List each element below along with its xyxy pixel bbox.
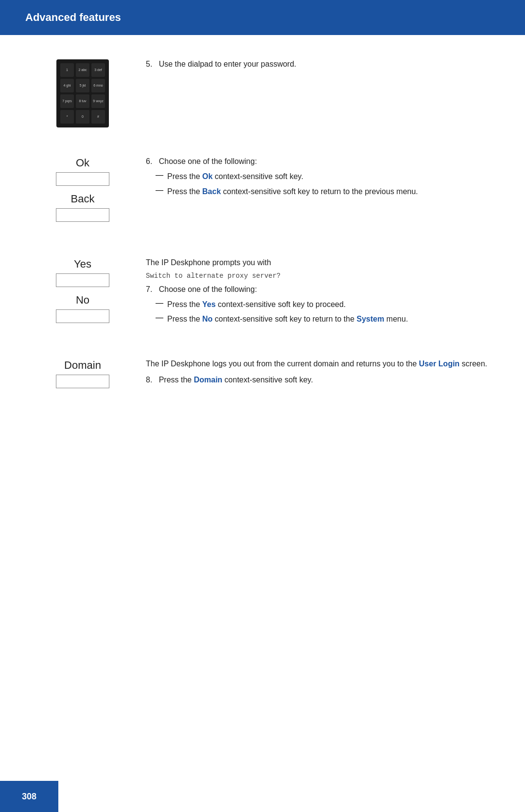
no-link: No: [202, 315, 212, 323]
dialpad-key: 9 wxyz: [91, 94, 105, 108]
step7-intro: 7. Choose one of the following:: [146, 284, 496, 296]
step6-bullet2: — Press the Back context-sensitive soft …: [156, 186, 496, 198]
dialpad-key: 2 abc: [76, 63, 89, 77]
softkey-group-domain: Domain: [49, 359, 117, 388]
right-col-step6: 6. Choose one of the following: — Press …: [136, 152, 496, 229]
dialpad-image: 12 abc3 def4 ghi5 jkl6 mno7 pqrs8 tuv9 w…: [56, 59, 109, 127]
left-col-yes-no: Yes No: [29, 253, 136, 330]
dialpad-key: 0: [76, 110, 89, 124]
dialpad-key: 3 def: [91, 63, 105, 77]
ok-label: Ok: [76, 157, 89, 169]
step8-para1: The IP Deskphone logs you out from the c…: [146, 358, 496, 370]
back-label: Back: [71, 193, 95, 205]
step7-bullet2: — Press the No context-sensitive soft ke…: [156, 313, 496, 325]
section-dialpad: 12 abc3 def4 ghi5 jkl6 mno7 pqrs8 tuv9 w…: [29, 54, 496, 127]
ok-button[interactable]: [56, 172, 109, 186]
page-number: 308: [22, 792, 36, 802]
ok-link: Ok: [202, 172, 212, 180]
dialpad-key: 4 ghi: [60, 79, 74, 92]
page-footer: 308: [0, 781, 58, 812]
header-title: Advanced features: [25, 11, 121, 24]
right-col-step8: The IP Deskphone logs you out from the c…: [136, 354, 496, 395]
step6-bullet1: — Press the Ok context-sensitive soft ke…: [156, 171, 496, 183]
left-col-dialpad: 12 abc3 def4 ghi5 jkl6 mno7 pqrs8 tuv9 w…: [29, 54, 136, 127]
right-col-step5: 5. Use the dialpad to enter your passwor…: [136, 54, 496, 127]
dialpad-key: #: [91, 110, 105, 124]
softkey-group-no: No: [49, 294, 117, 323]
step8-instruction: 8. Press the Domain context-sensitive so…: [146, 374, 496, 386]
dialpad-key: 5 jkl: [76, 79, 89, 92]
system-link: System: [357, 315, 385, 323]
dialpad-key: 1: [60, 63, 74, 77]
step7-num: 7.: [146, 285, 152, 293]
page-header: Advanced features: [0, 0, 525, 35]
dialpad-key: *: [60, 110, 74, 124]
step5-num: 5.: [146, 60, 152, 68]
yes-link: Yes: [202, 300, 216, 308]
step6-intro: 6. Choose one of the following:: [146, 156, 496, 168]
dialpad-key: 7 pqrs: [60, 94, 74, 108]
back-button[interactable]: [56, 208, 109, 222]
softkey-group-ok: Ok: [49, 157, 117, 186]
left-col-ok-back: Ok Back: [29, 152, 136, 229]
step8-num: 8.: [146, 376, 152, 384]
domain-label: Domain: [64, 359, 101, 372]
step7-pre-text: The IP Deskphone prompts you with: [146, 257, 496, 269]
section-domain: Domain The IP Deskphone logs you out fro…: [29, 354, 496, 395]
dialpad-key: 8 tuv: [76, 94, 89, 108]
section-yes-no: Yes No The IP Deskphone prompts you with…: [29, 253, 496, 330]
step7-monospace: Switch to alternate proxy server?: [146, 272, 496, 280]
back-link: Back: [202, 187, 221, 196]
section-ok-back: Ok Back 6. Choose one of the following: …: [29, 152, 496, 229]
left-col-domain: Domain: [29, 354, 136, 395]
softkey-group-yes: Yes: [49, 258, 117, 287]
no-label: No: [76, 294, 89, 307]
step6-num: 6.: [146, 157, 152, 165]
step5-text: 5. Use the dialpad to enter your passwor…: [146, 58, 496, 71]
step7-bullet1: — Press the Yes context-sensitive soft k…: [156, 299, 496, 311]
no-button[interactable]: [56, 309, 109, 323]
right-col-step7: The IP Deskphone prompts you with Switch…: [136, 253, 496, 330]
user-login-link: User Login: [419, 360, 460, 368]
dialpad-key: 6 mno: [91, 79, 105, 92]
yes-label: Yes: [74, 258, 91, 271]
softkey-group-back: Back: [49, 193, 117, 222]
yes-button[interactable]: [56, 273, 109, 287]
domain-button[interactable]: [56, 375, 109, 388]
domain-link: Domain: [194, 376, 223, 384]
main-content: 12 abc3 def4 ghi5 jkl6 mno7 pqrs8 tuv9 w…: [0, 35, 525, 429]
